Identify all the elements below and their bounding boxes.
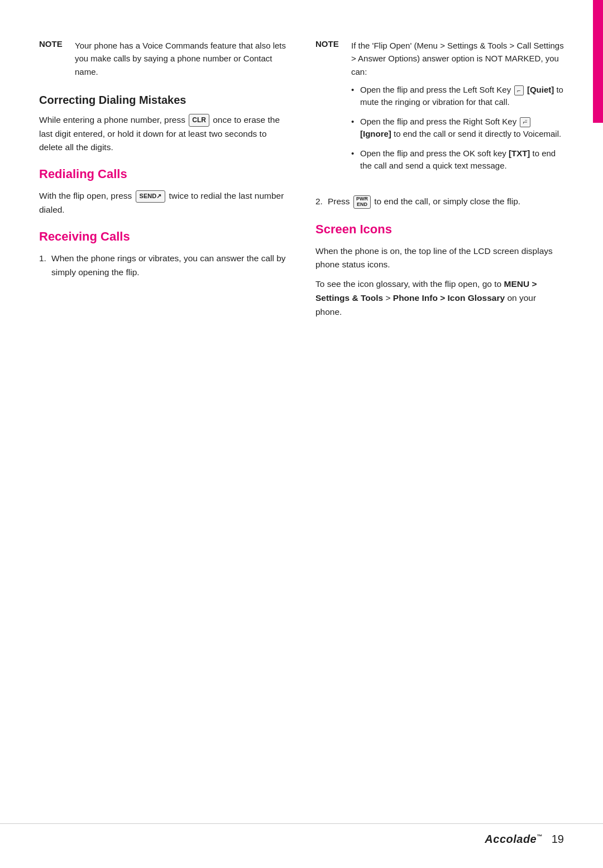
- list-num-1: 1.: [39, 252, 46, 266]
- left-column: NOTE Your phone has a Voice Commands fea…: [39, 39, 288, 325]
- note-bullet-2: Open the flip and press the Right Soft K…: [351, 116, 564, 141]
- receiving-calls-list: 1. When the phone rings or vibrates, you…: [39, 252, 288, 280]
- redialing-heading: Redialing Calls: [39, 167, 288, 181]
- note-bullet-3: Open the flip and press the OK soft key …: [351, 147, 564, 172]
- page-number: 19: [552, 833, 564, 846]
- content-area: NOTE Your phone has a Voice Commands fea…: [39, 39, 564, 325]
- note-label-1: NOTE: [39, 39, 68, 78]
- note-text-1: Your phone has a Voice Commands feature …: [75, 39, 288, 78]
- footer: Accolade™ 19: [0, 823, 603, 846]
- correcting-dialing-heading: Correcting Dialing Mistakes: [39, 94, 288, 107]
- screen-icons-para2: To see the icon glossary, with the flip …: [315, 277, 564, 319]
- left-softkey-icon: ⌐: [514, 85, 523, 96]
- right-softkey-icon: ⌐̈: [520, 117, 530, 128]
- note-text-2: If the 'Flip Open' (Menu > Settings & To…: [351, 39, 564, 179]
- receiving-calls-list-2: 2. Press PWR END to end the call, or sim…: [315, 195, 564, 209]
- end-key: PWR END: [353, 195, 371, 209]
- brand-name: Accolade™: [485, 833, 542, 846]
- screen-icons-heading: Screen Icons: [315, 222, 564, 237]
- list-num-2: 2.: [315, 195, 323, 209]
- note-block-1: NOTE Your phone has a Voice Commands fea…: [39, 39, 288, 78]
- accent-bar: [593, 0, 603, 123]
- note-bullets: Open the flip and press the Left Soft Ke…: [351, 84, 564, 172]
- correcting-dialing-body: While entering a phone number, press CLR…: [39, 113, 288, 155]
- end-call-item: 2. Press PWR END to end the call, or sim…: [315, 195, 564, 209]
- right-column: NOTE If the 'Flip Open' (Menu > Settings…: [315, 39, 564, 325]
- screen-icons-para1: When the phone is on, the top line of th…: [315, 244, 564, 272]
- clr-key: CLR: [189, 114, 209, 127]
- send-key: SEND↗: [136, 190, 166, 203]
- redialing-body: With the flip open, press SEND↗ twice to…: [39, 189, 288, 217]
- note-block-2: NOTE If the 'Flip Open' (Menu > Settings…: [315, 39, 564, 179]
- receiving-calls-item-1: 1. When the phone rings or vibrates, you…: [39, 252, 288, 280]
- note-label-2: NOTE: [315, 39, 344, 49]
- receiving-calls-heading: Receiving Calls: [39, 229, 288, 244]
- note-bullet-1: Open the flip and press the Left Soft Ke…: [351, 84, 564, 109]
- page-container: NOTE Your phone has a Voice Commands fea…: [0, 0, 603, 868]
